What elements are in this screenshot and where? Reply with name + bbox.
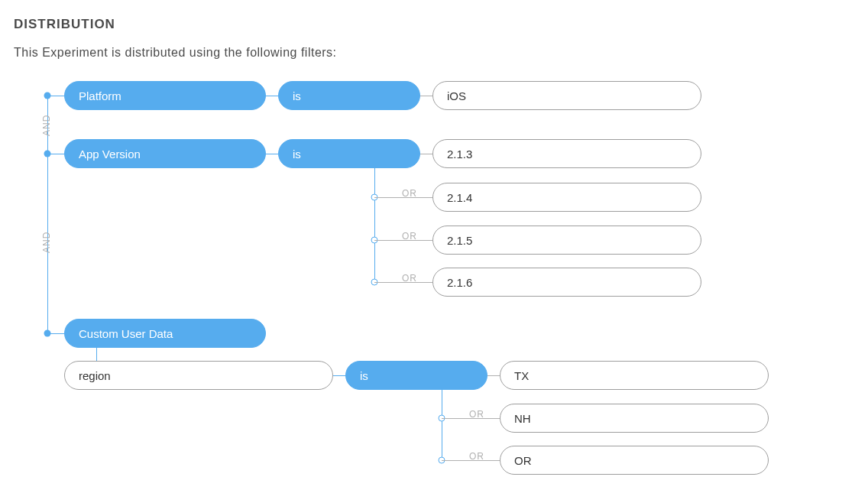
connector-line <box>420 154 432 154</box>
filter-tree: AND AND Platform is iOS App Version is 2… <box>29 81 854 503</box>
or-connector-label: OR <box>469 451 484 462</box>
connector-line <box>47 333 64 334</box>
filter-value-pill[interactable]: TX <box>500 361 769 390</box>
connector-line <box>47 96 64 96</box>
connector-line <box>374 154 420 154</box>
connector-line <box>333 375 345 376</box>
section-subtitle: This Experiment is distributed using the… <box>14 46 854 60</box>
or-connector-label: OR <box>469 409 484 420</box>
filter-value-pill[interactable]: 2.1.3 <box>432 139 701 168</box>
or-connector-label: OR <box>402 188 417 199</box>
and-connector-label: AND <box>41 115 52 136</box>
filter-value-pill[interactable]: 2.1.5 <box>432 226 701 255</box>
filter-key-pill[interactable]: region <box>64 361 333 390</box>
connector-line <box>487 375 500 376</box>
or-connector-label: OR <box>402 273 417 284</box>
filter-field-pill[interactable]: Custom User Data <box>64 319 266 348</box>
connector-line <box>266 154 278 154</box>
filter-value-pill[interactable]: NH <box>500 404 769 433</box>
connector-line <box>420 96 432 96</box>
filter-value-pill[interactable]: 2.1.4 <box>432 183 701 212</box>
or-connector-label: OR <box>402 231 417 242</box>
filter-value-pill[interactable]: iOS <box>432 81 701 110</box>
filter-operator-pill[interactable]: is <box>345 361 487 390</box>
filter-value-pill[interactable]: OR <box>500 446 769 475</box>
section-title: DISTRIBUTION <box>14 17 854 32</box>
connector-line <box>374 154 375 282</box>
filter-value-pill[interactable]: 2.1.6 <box>432 268 701 297</box>
filter-field-pill[interactable]: Platform <box>64 81 266 110</box>
connector-line <box>47 154 64 154</box>
connector-line <box>266 96 278 96</box>
filter-operator-pill[interactable]: is <box>278 81 420 110</box>
filter-field-pill[interactable]: App Version <box>64 139 266 168</box>
and-connector-label: AND <box>41 232 52 253</box>
